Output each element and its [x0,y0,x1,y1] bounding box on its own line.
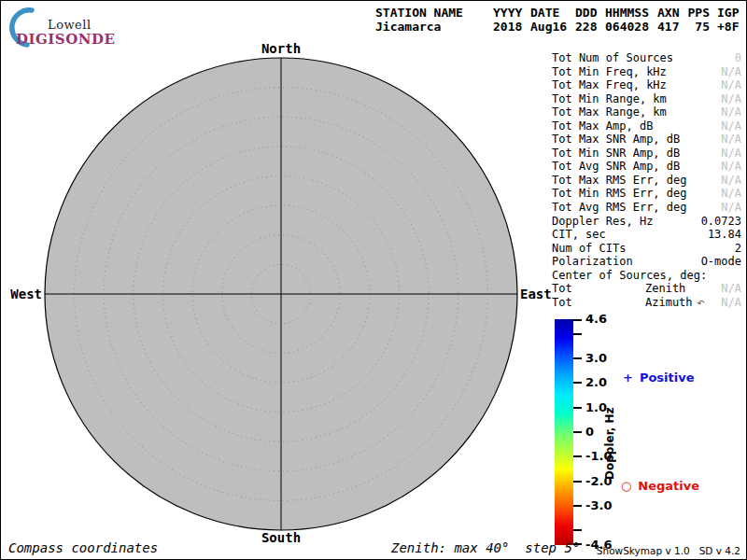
colorbar-tick [573,431,582,433]
stat-value: N/A [721,282,741,296]
colorbar-tick [573,382,582,384]
stat-label: Tot Avg RMS Err, deg [552,201,687,215]
stat-value: N/A [721,174,741,188]
axn-value: 417 [657,20,687,34]
stat-value: O-mode [701,255,741,269]
colorbar-gradient [555,319,573,545]
stat-row: Doppler Res, Hz0.0723 [552,215,742,229]
stat-label: Tot Max Range, km [552,105,667,119]
date-value: Aug16 [530,20,575,34]
stat-label: Tot Max Amp, dB [552,119,653,133]
stat-label: Tot Min SNR Amp, dB [552,147,680,161]
header-col-yyyy: YYYY [493,6,530,20]
year-value: 2018 [493,20,530,34]
colorbar-tick [573,529,582,531]
doppler-colorbar: 4.63.02.01.00-1.0-2.0-3.0-4.6 Doppler, H… [555,319,741,545]
stat-value: 0.0723 [701,215,741,229]
pps-value: 75 [687,20,717,34]
stat-row: Tot Num of Sources0 [552,51,742,65]
stat-row: Center of Sources, deg: [552,269,742,283]
stat-row: Tot Min RMS Err, degN/A [552,187,742,201]
stat-label: Tot Max SNR Amp, dB [552,133,680,147]
stat-sublabel: Zenith [645,282,685,296]
stat-label: Center of Sources, deg: [552,269,707,283]
stat-value: N/A [721,133,741,147]
stat-label: Num of CITs [552,242,626,256]
skymap-window: Lowell DIGISONDE STATION NAME YYYY DATE … [0,0,747,560]
colorbar-tick [573,407,582,409]
station-name: Jicamarca [375,20,493,34]
header-col-station: STATION NAME [375,6,493,20]
stat-row: Tot Max Freq, kHzN/A [552,78,742,92]
software-version-label: ShowSkymap v 1.0 SD v 4.2 [597,545,740,556]
stat-row: Num of CITs2 [552,242,742,256]
stat-row: Tot Min SNR Amp, dBN/A [552,147,742,161]
stat-label: Tot Max Freq, kHz [552,78,667,92]
stat-row: PolarizationO-mode [552,255,742,269]
stat-label: Tot Min RMS Err, deg [552,187,687,201]
stat-row: Tot Min Range, kmN/A [552,92,742,106]
header-col-ddd: DDD [575,6,605,20]
stat-label: Tot [552,296,572,310]
stat-label: Tot Num of Sources [552,51,673,65]
stat-value: N/A [721,78,741,92]
colorbar-tick [573,333,582,335]
lowell-digisonde-logo: Lowell DIGISONDE [8,7,111,48]
colorbar-tick-label: 3.0 [585,352,607,365]
legend-negative-label: Negative [638,479,699,493]
stat-row: CIT, sec13.84 [552,228,742,242]
stat-sublabel: Azimuth↶ [645,296,704,311]
colorbar-tick [573,357,582,359]
legend-positive: +Positive [623,371,695,385]
colorbar-tick [573,319,582,321]
legend-positive-label: Positive [640,371,695,385]
stat-row: Tot Max SNR Amp, dBN/A [552,133,742,147]
stat-label: Tot Min Freq, kHz [552,65,667,79]
stat-value: N/A [721,296,741,310]
stat-label: Polarization [552,255,633,269]
header-col-date: DATE [530,6,575,20]
header-col-pps: PPS [687,6,717,20]
azimuth-arrow-icon: ↶ [698,299,705,308]
stat-value: N/A [721,147,741,161]
header-col-hhmmss: HHMMSS [605,6,657,20]
stat-value: N/A [721,65,741,79]
stat-row: Tot Avg SNR Amp, dBN/A [552,160,742,174]
stat-value: 0 [735,51,741,65]
header-col-axn: AXN [657,6,687,20]
stat-value: N/A [721,187,741,201]
igp-value: +8F [717,20,745,34]
stats-panel: Tot Num of Sources0Tot Min Freq, kHzN/AT… [552,51,742,309]
compass-label-west: West [1,287,42,301]
stat-row: Tot Avg RMS Err, degN/A [552,201,742,215]
stat-label: CIT, sec [552,228,606,242]
logo-text-lowell: Lowell [48,18,92,32]
stat-label: Tot Max RMS Err, deg [552,174,687,188]
coordinates-mode-label: Compass coordinates [8,540,158,555]
colorbar-tick [573,481,582,483]
stat-row: Tot Max Range, kmN/A [552,105,742,119]
logo-text-digisonde: DIGISONDE [16,31,115,48]
compass-label-south: South [253,530,309,545]
stat-value: N/A [721,119,741,133]
stat-value: N/A [721,92,741,106]
legend-negative: ○Negative [621,479,699,493]
header-col-igp: IGP [717,6,745,20]
skymap-polar-plot [44,57,518,531]
colorbar-tick [573,505,582,507]
circle-symbol-icon: ○ [621,479,631,493]
stat-row: Tot Min Freq, kHzN/A [552,65,742,79]
stat-value: N/A [721,160,741,174]
zenith-range-label: Zenith: max 40° step 5° [391,540,580,555]
stat-row: TotAzimuth↶N/A [552,296,742,310]
colorbar-axis-label: Doppler, Hz [603,390,616,480]
colorbar-tick-label: 2.0 [585,376,607,389]
compass-label-north: North [253,41,309,56]
stat-row: Tot Max Amp, dBN/A [552,119,742,133]
stat-value: N/A [721,105,741,119]
header-table: STATION NAME YYYY DATE DDD HHMMSS AXN PP… [375,6,745,34]
stat-value: 2 [735,242,741,256]
stat-value: N/A [721,201,741,215]
stat-row: TotZenithN/A [552,282,742,296]
header-columns-row: STATION NAME YYYY DATE DDD HHMMSS AXN PP… [375,6,745,20]
